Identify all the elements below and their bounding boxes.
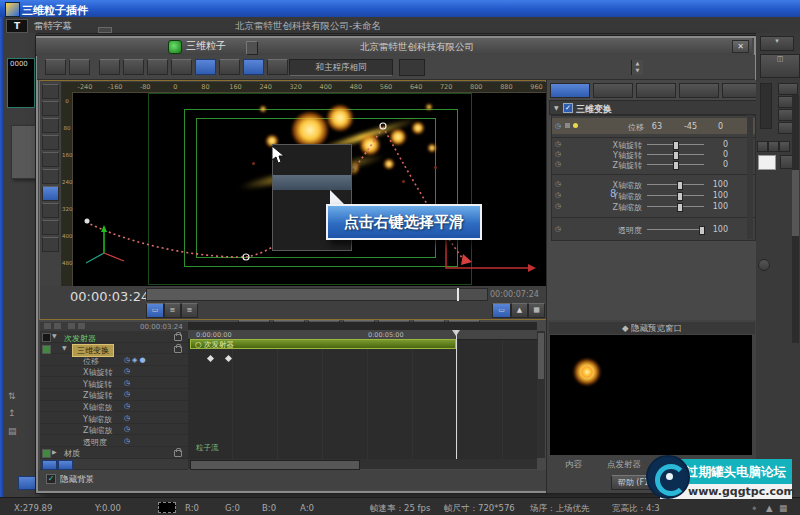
status-icon[interactable]: ▦ <box>779 503 787 513</box>
param-value[interactable]: 100 <box>706 202 728 211</box>
track-row[interactable]: ▼ 次发射器 <box>40 331 188 343</box>
toolbar-icon[interactable] <box>714 60 733 74</box>
side-button[interactable] <box>778 83 798 95</box>
track-visibility-icon[interactable] <box>42 449 51 458</box>
track-row[interactable]: X轴缩放 ◷ <box>40 401 188 413</box>
side-knob[interactable] <box>758 259 770 271</box>
param-slider[interactable] <box>647 195 704 196</box>
param-row[interactable]: ◷ Z轴缩放 100 <box>552 201 755 212</box>
section-header-icon[interactable] <box>723 105 731 113</box>
keyframe-clock-icon[interactable]: ◷ <box>555 191 561 199</box>
param-row[interactable]: ◷ X轴缩放 100 <box>552 179 755 190</box>
timeline-hscrollbar[interactable] <box>188 459 537 469</box>
param-value[interactable]: 0 <box>706 150 728 159</box>
close-button[interactable]: ✕ <box>732 40 749 53</box>
app-vscrollbar-thumb[interactable] <box>792 170 799 236</box>
menu-item[interactable] <box>86 29 98 33</box>
tool-button[interactable] <box>42 118 59 133</box>
toolbar-icon[interactable] <box>651 60 670 74</box>
side-icon[interactable] <box>779 141 790 152</box>
panel-button[interactable] <box>18 476 36 490</box>
panel-tab[interactable] <box>636 83 676 98</box>
param-slider[interactable] <box>647 229 704 230</box>
section-header-icon[interactable] <box>701 105 709 113</box>
param-row[interactable]: ◷ Z轴旋转 0 <box>552 159 755 169</box>
side-icon[interactable] <box>757 141 768 152</box>
section-header-icon[interactable] <box>745 105 753 113</box>
side-slider[interactable] <box>760 83 772 129</box>
vscrollbar-thumb[interactable] <box>538 333 544 379</box>
param-value[interactable]: 100 <box>706 225 728 234</box>
mini-toggle-button[interactable]: ≡ <box>181 303 198 318</box>
timeline-footer-button[interactable] <box>58 460 73 470</box>
timeline-footer-button[interactable] <box>42 460 57 470</box>
section-header-icon[interactable] <box>734 105 742 113</box>
section-expander-icon[interactable]: ▼ <box>554 104 559 111</box>
slider-thumb[interactable] <box>677 192 683 201</box>
tool-button[interactable] <box>42 84 59 99</box>
timeline-header-icon[interactable] <box>54 323 61 329</box>
keyframe-clock-icon[interactable]: ◷ <box>555 202 561 210</box>
param-row[interactable]: ◷ X轴旋转 0 <box>552 139 755 149</box>
position-x-value[interactable]: 63 <box>640 122 662 131</box>
track-row[interactable]: X轴旋转 ◷ <box>40 366 188 378</box>
timeline-header-icon[interactable] <box>68 323 75 329</box>
param-value[interactable]: 100 <box>706 191 728 200</box>
param-slider[interactable] <box>647 206 704 207</box>
panel-tab[interactable] <box>550 83 590 98</box>
param-value[interactable]: 0 <box>706 160 728 169</box>
timeline-playhead-line[interactable] <box>456 330 457 459</box>
plugin-menu-item[interactable] <box>262 43 272 55</box>
section-header[interactable]: ▼ ✓ 三维变换 <box>549 100 757 115</box>
panel-icon[interactable]: ↥ <box>8 408 16 418</box>
mini-toggle-button[interactable]: ≡ <box>164 303 181 318</box>
timeline-header-icon[interactable] <box>44 323 51 329</box>
status-icon[interactable]: ⌖ <box>752 503 757 514</box>
keyframe-clock-icon[interactable]: ◷ <box>555 150 561 158</box>
menu-item[interactable] <box>98 27 112 33</box>
plugin-titlebar[interactable]: 三维粒子 北京雷特世创科技有限公司 ✕ <box>36 38 752 56</box>
view-mode-button[interactable] <box>219 59 240 75</box>
template-thumbnail[interactable]: 0000 <box>7 58 35 108</box>
toolbar-icon[interactable] <box>693 60 712 74</box>
track-row[interactable]: Y轴旋转 ◷ <box>40 377 188 389</box>
section-header-icon[interactable] <box>712 105 720 113</box>
slider-thumb[interactable] <box>677 181 683 190</box>
lock-icon[interactable] <box>174 450 182 457</box>
context-menu-item[interactable] <box>273 175 351 190</box>
param-slider[interactable] <box>647 144 704 145</box>
timeline-header-icon[interactable] <box>78 323 85 329</box>
slider-thumb[interactable] <box>699 226 705 235</box>
tool-button[interactable] <box>42 203 59 218</box>
lock-icon[interactable] <box>174 346 182 353</box>
transport-option-button[interactable]: ▲ <box>511 303 528 318</box>
timeline-vscrollbar[interactable] <box>537 331 545 458</box>
menu-item[interactable] <box>74 29 86 33</box>
param-slider[interactable] <box>647 184 704 185</box>
tool-button[interactable] <box>42 186 59 201</box>
app-vscrollbar[interactable] <box>792 95 799 343</box>
file-button[interactable] <box>171 59 192 75</box>
side-button[interactable]: ▾ <box>760 36 794 51</box>
section-header-icon[interactable] <box>690 105 698 113</box>
panel-tab[interactable] <box>593 83 633 98</box>
tool-button[interactable] <box>42 237 59 252</box>
plugin-menu-item[interactable] <box>246 41 258 55</box>
param-value[interactable]: 100 <box>706 180 728 189</box>
template-thumbnail-2[interactable] <box>11 125 37 179</box>
tool-button[interactable] <box>42 152 59 167</box>
track-row[interactable]: Z轴缩放 ◷ <box>40 424 188 436</box>
panel-icon[interactable]: ▤ <box>8 426 17 436</box>
toolbar-field[interactable] <box>399 59 425 76</box>
position-z-value[interactable]: 0 <box>701 122 723 131</box>
slider-thumb[interactable] <box>677 203 683 212</box>
param-row[interactable]: ◷ Y轴旋转 0 <box>552 149 755 159</box>
params-scrollbar[interactable] <box>747 115 753 239</box>
param-slider[interactable] <box>647 154 704 155</box>
panel-tab[interactable] <box>679 83 719 98</box>
transport-option-button[interactable]: ▦ <box>528 303 545 318</box>
view-mode-button[interactable] <box>243 59 264 75</box>
mini-toggle-button[interactable]: ▭ <box>146 303 164 318</box>
undo-redo-button[interactable] <box>45 59 66 75</box>
side-button[interactable]: ◫ <box>760 54 800 78</box>
